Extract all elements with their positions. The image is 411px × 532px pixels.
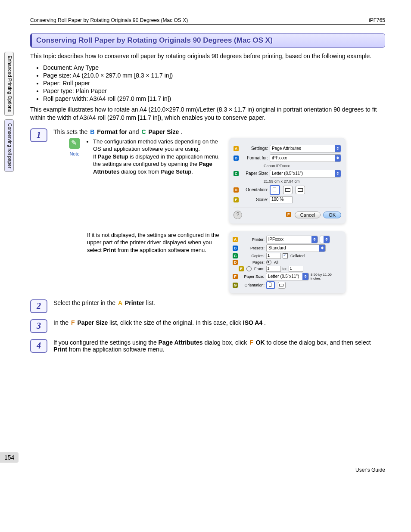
- step-2-number: 2: [30, 299, 47, 313]
- dlg2-pages-from-radio[interactable]: [246, 266, 252, 271]
- dlg1-ok-button[interactable]: OK: [323, 212, 341, 218]
- dlg2-from-label: From:: [254, 267, 265, 271]
- intro-paragraph: This topic describes how to conserve rol…: [30, 52, 385, 61]
- step-1-text-post: .: [181, 128, 182, 135]
- dlg2-paper-dim: 8.50 by 11.00 inches: [311, 273, 342, 280]
- note-bold1: Page Setup: [98, 153, 128, 160]
- dlg2-paper-label: Paper Size:: [240, 274, 264, 279]
- note-icon: [69, 138, 80, 149]
- note-line-a: The configuration method varies dependin…: [93, 138, 218, 152]
- dlg2-printer-value: iPFxxxx: [268, 237, 283, 242]
- step-2: 2 Select the printer in the A Printer li…: [30, 299, 385, 313]
- step-3-t2: list, click the size of the original. In…: [109, 319, 243, 326]
- dlg2-copies-label: Copies:: [240, 254, 265, 258]
- step-4-t2: dialog box, click: [204, 339, 249, 346]
- dlg1-callout-B: B: [234, 156, 239, 161]
- dlg2-orient-portrait[interactable]: [266, 281, 275, 289]
- step-4: 4 If you configured the settings using t…: [30, 339, 385, 353]
- step-3-bold: ISO A4: [243, 319, 262, 326]
- dlg2-collated-check[interactable]: [283, 253, 288, 258]
- dlg2-from-input[interactable]: 1: [266, 266, 281, 272]
- step-1-text-mid: and: [129, 128, 140, 135]
- callout-F-step3: F: [70, 319, 76, 326]
- dlg2-presets-label: Presets:: [240, 246, 265, 250]
- note-b4: .: [191, 168, 193, 175]
- note-b3: dialog box from: [119, 168, 161, 175]
- intro2-paragraph: This example illustrates how to rotate a…: [30, 106, 385, 122]
- step-4-t3: to close the dialog box, and then select: [267, 339, 371, 346]
- dlg1-format-select[interactable]: iPFxxxx: [270, 154, 341, 162]
- sidebar-tab-enhanced[interactable]: Enhanced Printing Options: [4, 52, 14, 116]
- step-1-text-pre: This sets the: [53, 128, 89, 135]
- step-3: 3 In the F Paper Size list, click the si…: [30, 319, 385, 333]
- dlg1-callout-F: F: [286, 212, 291, 217]
- callout-A-step2: A: [117, 299, 123, 306]
- dlg2-collated-label: Collated: [290, 254, 305, 258]
- step-2-t1: Select the printer in the: [53, 299, 117, 306]
- footer: User's Guide: [30, 465, 385, 473]
- bullet-paper: Paper: Roll paper: [43, 80, 385, 87]
- bullet-page-size: Page size: A4 (210.0 × 297.0 mm [8.3 × 1…: [43, 72, 385, 79]
- dlg2-paper-value: Letter (8.5"x11"): [268, 274, 299, 279]
- dlg2-printer-label: Printer:: [240, 237, 265, 242]
- page-setup-dialog: A Settings: Page Attributes B Format for…: [229, 138, 346, 224]
- callout-F-step4: F: [249, 339, 254, 346]
- dlg2-orient-landscape[interactable]: [278, 282, 286, 289]
- callout-B: B: [89, 128, 95, 135]
- dlg1-callout-D: D: [234, 187, 239, 193]
- dlg2-printer-select[interactable]: iPFxxxx: [266, 236, 318, 243]
- dlg1-orient-label: Orientation:: [241, 187, 268, 192]
- step-4-bold1: Page Attributes: [159, 339, 203, 346]
- dlg2-callout-F: F: [233, 274, 238, 279]
- note-label: Note: [66, 151, 83, 156]
- step-4-number: 4: [30, 339, 47, 353]
- dlg1-orient-portrait[interactable]: [270, 185, 280, 195]
- callout-F-text-step4: OK: [256, 339, 265, 346]
- dlg2-paper-select[interactable]: Letter (8.5"x11"): [266, 273, 309, 280]
- dlg2-presets-select[interactable]: Standard: [266, 244, 326, 252]
- dlg2-printer-expand[interactable]: [320, 236, 330, 243]
- print-dialog: A Printer: iPFxxxx B Presets: Standard: [229, 231, 346, 293]
- dlg1-callout-E: E: [234, 197, 239, 202]
- bullet-roll-width: Roll paper width: A3/A4 roll (297.0 mm […: [43, 95, 385, 102]
- dlg1-paper-select[interactable]: Letter (8.5"x11"): [270, 170, 341, 177]
- step-4-bold2: Print: [53, 346, 67, 353]
- callout-B-text: Format for: [97, 128, 127, 135]
- note2-bold: Print: [103, 247, 116, 253]
- dlg2-copies-input[interactable]: 1: [266, 253, 281, 259]
- dlg2-callout-A: A: [233, 237, 238, 242]
- bullet-document: Document: Any Type: [43, 64, 385, 71]
- dlg2-callout-E: E: [239, 266, 244, 271]
- bullet-paper-type: Paper type: Plain Paper: [43, 87, 385, 94]
- dlg1-scale-input[interactable]: 100 %: [270, 196, 293, 203]
- dlg1-orient-landscape-rev[interactable]: [296, 186, 305, 194]
- dlg1-scale-label: Scale:: [241, 197, 268, 202]
- step-3-t1: In the: [53, 319, 70, 326]
- page-number: 154: [0, 452, 19, 463]
- dlg1-cancel-button[interactable]: Cancel: [295, 212, 321, 218]
- dlg2-callout-B: B: [233, 246, 238, 251]
- callout-C: C: [140, 128, 146, 135]
- dlg1-paper-sub: 21.59 cm x 27.94 cm: [264, 179, 341, 184]
- sidebar-tab-conserving[interactable]: Conserving roll paper: [4, 119, 14, 172]
- dlg1-callout-C: C: [234, 171, 239, 176]
- dlg2-to-label: to:: [283, 267, 287, 271]
- dlg1-settings-select[interactable]: Page Attributes: [270, 145, 341, 152]
- example-bullets: Document: Any Type Page size: A4 (210.0 …: [43, 64, 385, 102]
- note2-text: If it is not displayed, the settings are…: [87, 231, 221, 254]
- header-left: Conserving Roll Paper by Rotating Origin…: [30, 17, 188, 23]
- dlg2-to-input[interactable]: 1: [289, 266, 303, 272]
- callout-F-text-step3: Paper Size: [77, 319, 108, 326]
- dlg2-callout-C: C: [233, 253, 238, 258]
- page-header: Conserving Roll Paper by Rotating Origin…: [30, 17, 385, 25]
- note-text: The configuration method varies dependin…: [87, 138, 221, 176]
- dlg1-format-label: Format for:: [241, 156, 268, 160]
- dlg2-pages-all-radio[interactable]: [266, 260, 271, 265]
- dlg1-paper-label: Paper Size:: [241, 171, 268, 176]
- dlg1-paper-value: Letter (8.5"x11"): [272, 171, 303, 176]
- dlg2-presets-value: Standard: [268, 246, 286, 250]
- note2-t2: from the application software menu.: [116, 247, 206, 253]
- dlg1-help-button[interactable]: ?: [234, 211, 242, 219]
- callout-C-text: Paper Size: [148, 128, 179, 135]
- dlg1-orient-landscape[interactable]: [283, 186, 293, 194]
